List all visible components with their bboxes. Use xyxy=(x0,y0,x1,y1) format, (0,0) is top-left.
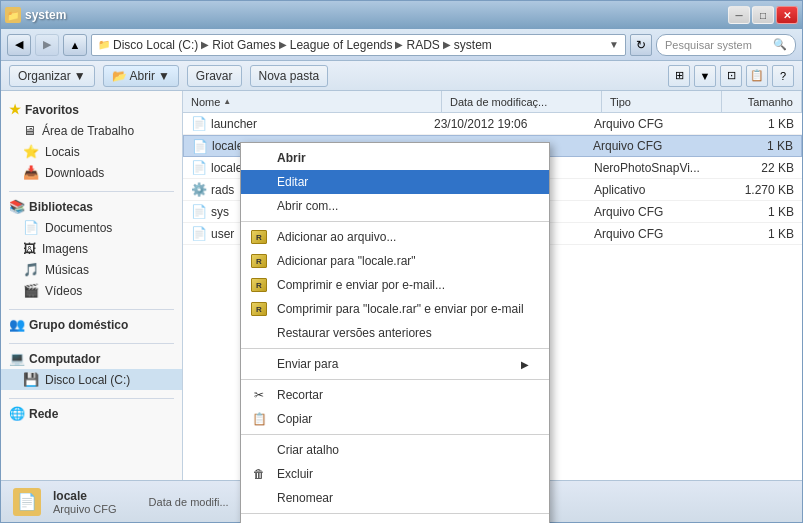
path-icon: 📁 xyxy=(98,39,110,50)
col-name[interactable]: Nome ▲ xyxy=(183,91,442,112)
ctx-rename-icon xyxy=(249,488,269,508)
ctx-compress-email[interactable]: R Comprimir e enviar por e-mail... xyxy=(241,273,549,297)
organize-arrow-icon: ▼ xyxy=(74,69,86,83)
ctx-edit-icon xyxy=(249,172,269,192)
search-box[interactable]: Pesquisar system 🔍 xyxy=(656,34,796,56)
organize-button[interactable]: Organizar ▼ xyxy=(9,65,95,87)
sidebar-item-desktop[interactable]: 🖥 Área de Trabalho xyxy=(1,120,182,141)
preview-toggle-button[interactable]: ⊡ xyxy=(720,65,742,87)
ctx-restore-prev[interactable]: Restaurar versões anteriores xyxy=(241,321,549,345)
divider-1 xyxy=(9,191,174,192)
locais-label: Locais xyxy=(45,145,80,159)
open-arrow-icon: ▼ xyxy=(158,69,170,83)
sidebar-item-downloads[interactable]: 📥 Downloads xyxy=(1,162,182,183)
up-button[interactable]: ▲ xyxy=(63,34,87,56)
images-icon: 🖼 xyxy=(23,241,36,256)
toolbar: Organizar ▼ 📂 Abrir ▼ Gravar Nova pasta … xyxy=(1,61,802,91)
ctx-properties-icon: ℹ xyxy=(249,519,269,523)
col-date[interactable]: Data de modificaç... xyxy=(442,91,602,112)
new-folder-button[interactable]: Nova pasta xyxy=(250,65,329,87)
sidebar-item-docs[interactable]: 📄 Documentos xyxy=(1,217,182,238)
maximize-button[interactable]: □ xyxy=(752,6,774,24)
refresh-button[interactable]: ↻ xyxy=(630,34,652,56)
path-riot: Riot Games xyxy=(212,38,275,52)
ctx-open-with[interactable]: Abrir com... xyxy=(241,194,549,218)
sidebar-item-video[interactable]: 🎬 Vídeos xyxy=(1,280,182,301)
computer-header[interactable]: 💻 Computador xyxy=(1,348,182,369)
chevron-icon-3: ▶ xyxy=(395,39,403,50)
favorites-header[interactable]: ★ Favoritos xyxy=(1,99,182,120)
video-label: Vídeos xyxy=(45,284,82,298)
sidebar: ★ Favoritos 🖥 Área de Trabalho ⭐ Locais … xyxy=(1,91,183,480)
network-label: Rede xyxy=(29,407,58,421)
divider-4 xyxy=(9,398,174,399)
ctx-sep-1 xyxy=(241,221,549,222)
ctx-cut[interactable]: ✂ Recortar xyxy=(241,383,549,407)
file-icon: 📄 xyxy=(191,204,207,219)
table-row[interactable]: 📄launcher 23/10/2012 19:06 Arquivo CFG 1… xyxy=(183,113,802,135)
downloads-icon: 📥 xyxy=(23,165,39,180)
libraries-label: Bibliotecas xyxy=(29,200,93,214)
star-icon: ★ xyxy=(9,102,21,117)
path-rads: RADS xyxy=(406,38,439,52)
ctx-submenu-arrow: ▶ xyxy=(521,359,529,370)
ctx-shortcut-icon xyxy=(249,440,269,460)
col-size[interactable]: Tamanho xyxy=(722,91,802,112)
ctx-properties[interactable]: ℹ Propriedades xyxy=(241,517,549,523)
dropdown-arrow[interactable]: ▼ xyxy=(609,39,619,50)
record-button[interactable]: Gravar xyxy=(187,65,242,87)
libraries-section: 📚 Bibliotecas 📄 Documentos 🖼 Imagens 🎵 M… xyxy=(1,196,182,301)
ctx-compress-locale-email[interactable]: R Comprimir para "locale.rar" e enviar p… xyxy=(241,297,549,321)
sidebar-item-local-disk[interactable]: 💾 Disco Local (C:) xyxy=(1,369,182,390)
titlebar-buttons: ─ □ ✕ xyxy=(728,6,798,24)
disk-icon: 💾 xyxy=(23,372,39,387)
divider-2 xyxy=(9,309,174,310)
col-type[interactable]: Tipo xyxy=(602,91,722,112)
help-button[interactable]: ? xyxy=(772,65,794,87)
ctx-add-archive[interactable]: R Adicionar ao arquivo... xyxy=(241,225,549,249)
ctx-create-shortcut[interactable]: Criar atalho xyxy=(241,438,549,462)
locais-icon: ⭐ xyxy=(23,144,39,159)
ctx-send-to[interactable]: Enviar para ▶ xyxy=(241,352,549,376)
ctx-rename[interactable]: Renomear xyxy=(241,486,549,510)
forward-button[interactable]: ▶ xyxy=(35,34,59,56)
details-toggle-button[interactable]: 📋 xyxy=(746,65,768,87)
minimize-button[interactable]: ─ xyxy=(728,6,750,24)
ctx-winrar-icon-3: R xyxy=(249,275,269,295)
back-button[interactable]: ◀ xyxy=(7,34,31,56)
status-filename: locale xyxy=(53,489,117,503)
path-lol: League of Legends xyxy=(290,38,393,52)
view-options-button[interactable]: ⊞ xyxy=(668,65,690,87)
homegroup-header[interactable]: 👥 Grupo doméstico xyxy=(1,314,182,335)
file-icon: 📄 xyxy=(191,160,207,175)
address-path[interactable]: 📁 Disco Local (C:) ▶ Riot Games ▶ League… xyxy=(91,34,626,56)
ctx-delete[interactable]: 🗑 Excluir xyxy=(241,462,549,486)
file-icon: 📄 xyxy=(192,139,208,154)
ctx-copy[interactable]: 📋 Copiar xyxy=(241,407,549,431)
titlebar-left: 📁 system xyxy=(5,7,66,23)
ctx-add-locale-rar[interactable]: R Adicionar para "locale.rar" xyxy=(241,249,549,273)
column-headers: Nome ▲ Data de modificaç... Tipo Tamanho xyxy=(183,91,802,113)
sort-arrow-icon: ▲ xyxy=(223,97,231,106)
local-disk-label: Disco Local (C:) xyxy=(45,373,130,387)
computer-section: 💻 Computador 💾 Disco Local (C:) xyxy=(1,348,182,390)
sidebar-item-locais[interactable]: ⭐ Locais xyxy=(1,141,182,162)
docs-label: Documentos xyxy=(45,221,112,235)
path-system: system xyxy=(454,38,492,52)
sidebar-item-images[interactable]: 🖼 Imagens xyxy=(1,238,182,259)
close-button[interactable]: ✕ xyxy=(776,6,798,24)
ctx-open[interactable]: Abrir xyxy=(241,146,549,170)
desktop-icon: 🖥 xyxy=(23,123,36,138)
music-label: Músicas xyxy=(45,263,89,277)
images-label: Imagens xyxy=(42,242,88,256)
libraries-header[interactable]: 📚 Bibliotecas xyxy=(1,196,182,217)
open-button[interactable]: 📂 Abrir ▼ xyxy=(103,65,179,87)
status-info: locale Arquivo CFG xyxy=(53,489,117,515)
view-dropdown-button[interactable]: ▼ xyxy=(694,65,716,87)
network-header[interactable]: 🌐 Rede xyxy=(1,403,182,424)
ctx-restore-icon xyxy=(249,323,269,343)
open-icon: 📂 xyxy=(112,69,127,83)
ctx-edit[interactable]: Editar xyxy=(241,170,549,194)
network-icon: 🌐 xyxy=(9,406,25,421)
sidebar-item-music[interactable]: 🎵 Músicas xyxy=(1,259,182,280)
